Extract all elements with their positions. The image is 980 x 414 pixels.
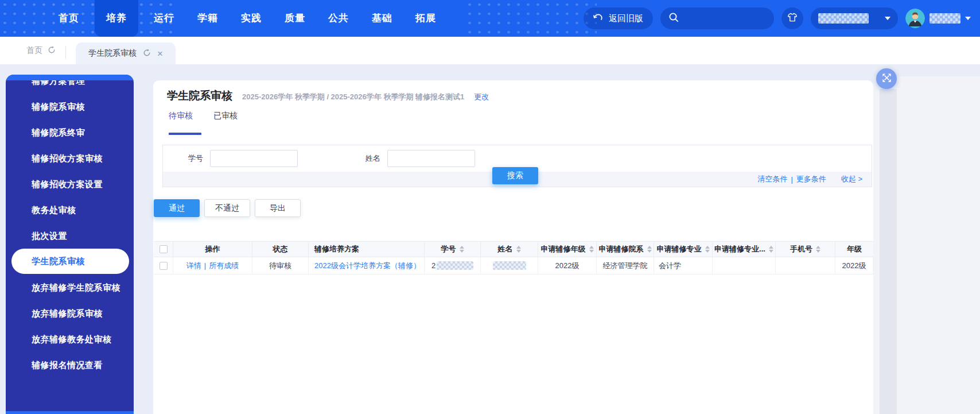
column-label: 学号 [441, 244, 456, 254]
right-scroll-strip[interactable] [880, 89, 897, 414]
sort-desc-icon[interactable] [769, 250, 773, 253]
export-button[interactable]: 导出 [255, 199, 301, 217]
nav-item-practice[interactable]: 实践 [234, 0, 269, 37]
column-label: 申请辅修院系 [599, 244, 644, 254]
sort-control [769, 246, 773, 253]
reject-button[interactable]: 不通过 [204, 199, 250, 217]
page-tab-bar: 首页 学生院系审核 × [0, 37, 980, 64]
nav-item-public[interactable]: 公共 [321, 0, 356, 37]
sort-desc-icon[interactable] [705, 250, 710, 253]
sort-control [647, 246, 652, 253]
sort-asc-icon[interactable] [705, 246, 710, 249]
sort-desc-icon[interactable] [589, 250, 594, 253]
tshirt-icon [787, 11, 798, 25]
sidebar-bottom-accent [6, 411, 134, 414]
title-row: 学生院系审核 2025-2026学年 秋季学期 / 2025-2026学年 秋季… [167, 88, 489, 103]
global-search-input[interactable] [660, 7, 774, 29]
batch-actions: 通过 不通过 导出 [154, 199, 301, 217]
campus-selector[interactable] [811, 7, 898, 29]
nav-item-cultivation[interactable]: 培养 [95, 0, 138, 37]
nav-item-quality[interactable]: 质量 [277, 0, 313, 37]
row-apply-major-direction-cell [713, 257, 776, 274]
sort-asc-icon[interactable] [460, 246, 464, 249]
minor-plan-link[interactable]: 2022级会计学培养方案（辅修） [314, 261, 421, 271]
row-phone-cell [776, 257, 835, 274]
search-icon [668, 11, 679, 25]
name-redacted [493, 261, 526, 270]
sort-control [816, 246, 820, 253]
campus-name-redacted [818, 13, 869, 24]
sidebar-item-minor-recruit-review[interactable]: 辅修招收方案审核 [6, 145, 134, 171]
sort-desc-icon[interactable] [647, 250, 652, 253]
sort-desc-icon[interactable] [460, 250, 464, 253]
change-semester-link[interactable]: 更改 [474, 92, 489, 102]
tab-pending-review[interactable]: 待审核 [169, 111, 193, 121]
nav-item-basic[interactable]: 基础 [364, 0, 400, 37]
column-label: 手机号 [790, 244, 812, 254]
fullscreen-expand-button[interactable] [876, 68, 897, 89]
active-tab-underline [169, 133, 201, 135]
sidebar-item-abandon-office-review[interactable]: 放弃辅修教务处审核 [6, 326, 134, 352]
approve-button[interactable]: 通过 [154, 199, 200, 217]
column-label: 申请辅修年级 [541, 244, 586, 254]
sort-control [516, 246, 521, 253]
column-label: 申请辅修专业 [657, 244, 702, 254]
theme-skin-button[interactable] [781, 7, 803, 29]
row-operation-cell: 详情 | 所有成绩 [173, 257, 252, 274]
student-id-prefix: 2 [431, 261, 435, 270]
nav-item-home[interactable]: 首页 [51, 0, 87, 37]
row-select-cell [154, 257, 173, 274]
sort-asc-icon[interactable] [647, 246, 652, 249]
row-apply-major-cell: 会计学 [654, 257, 713, 274]
sidebar-item-minor-recruit-setting[interactable]: 辅修招收方案设置 [6, 171, 134, 197]
row-checkbox[interactable] [160, 262, 168, 270]
column-label: 年级 [847, 244, 862, 254]
undo-icon [593, 13, 604, 24]
sort-desc-icon[interactable] [816, 250, 820, 253]
sidebar-item-minor-signup-view[interactable]: 辅修报名情况查看 [6, 352, 134, 378]
review-tabs: 待审核 已审核 [169, 111, 238, 121]
student-id-label: 学号 [169, 153, 203, 164]
tab-student-dept-review[interactable]: 学生院系审核 × [76, 42, 176, 64]
student-id-input[interactable] [210, 150, 298, 167]
top-nav-menu: 首页 培养 运行 学籍 实践 质量 公共 基础 拓展 [47, 0, 448, 37]
tab-reviewed[interactable]: 已审核 [213, 111, 238, 121]
search-button[interactable]: 搜索 [492, 167, 538, 184]
refresh-icon[interactable] [143, 49, 151, 59]
collapse-link[interactable]: 收起 > [841, 174, 862, 184]
close-icon[interactable]: × [157, 49, 163, 59]
nav-item-extension[interactable]: 拓展 [408, 0, 444, 37]
tab-home[interactable]: 首页 [26, 45, 56, 56]
clear-conditions-link[interactable]: 清空条件 [757, 174, 787, 184]
column-header-name: 姓名 [481, 242, 538, 257]
sort-asc-icon[interactable] [516, 246, 521, 249]
sidebar-item-academic-office-review[interactable]: 教务处审核 [6, 197, 134, 223]
all-scores-link[interactable]: 所有成绩 [209, 261, 239, 271]
sidebar-item-abandon-student-dept-review[interactable]: 放弃辅修学生院系审核 [6, 274, 134, 300]
page-title: 学生院系审核 [167, 88, 232, 103]
column-label: 状态 [273, 244, 288, 254]
tab-label: 学生院系审核 [88, 48, 137, 59]
table-row: 详情 | 所有成绩 待审核 2022级会计学培养方案（辅修） 2 2022级 经… [154, 257, 873, 274]
user-menu[interactable] [905, 9, 971, 28]
sidebar-item-batch-setting[interactable]: 批次设置 [6, 223, 134, 249]
more-conditions-link[interactable]: 更多条件 [796, 174, 826, 184]
app-root: 首页 培养 运行 学籍 实践 质量 公共 基础 拓展 返回旧版 [0, 0, 980, 414]
detail-link[interactable]: 详情 [186, 261, 201, 271]
sort-asc-icon[interactable] [769, 246, 773, 249]
back-to-old-version-button[interactable]: 返回旧版 [584, 7, 653, 29]
sidebar-item-abandon-dept-review[interactable]: 放弃辅修院系审核 [6, 300, 134, 326]
sort-asc-icon[interactable] [589, 246, 594, 249]
refresh-icon[interactable] [48, 46, 56, 56]
sidebar-item-student-dept-review[interactable]: 学生院系审核 [11, 249, 129, 274]
column-header-phone: 手机号 [776, 242, 835, 257]
sort-asc-icon[interactable] [816, 246, 820, 249]
back-to-old-version-label: 返回旧版 [609, 13, 643, 24]
nav-item-operation[interactable]: 运行 [146, 0, 182, 37]
sort-desc-icon[interactable] [516, 250, 521, 253]
select-all-checkbox[interactable] [160, 245, 168, 253]
sidebar-item-minor-dept-review[interactable]: 辅修院系审核 [6, 94, 134, 119]
nav-item-roll[interactable]: 学籍 [190, 0, 225, 37]
name-input[interactable] [387, 150, 475, 167]
sidebar-item-minor-dept-final[interactable]: 辅修院系终审 [6, 119, 134, 145]
